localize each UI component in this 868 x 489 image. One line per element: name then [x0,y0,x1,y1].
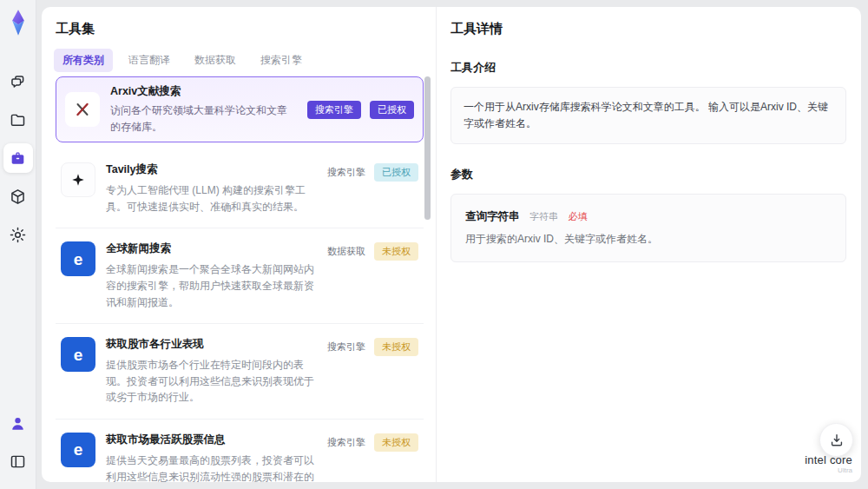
tool-name: 获取股市各行业表现 [106,337,317,352]
page-title: 工具集 [56,21,95,37]
tool-list-item[interactable]: e 获取市场最活跃股票信息 提供当天交易量最高的股票列表，投资者可以利用这些信息… [56,420,424,482]
category-tabs: 所有类别语言翻译数据获取搜索引擎 [54,49,311,72]
param-header: 查询字符串 字符串 必填 [465,208,832,224]
app-sidebar [0,0,36,489]
collapse-panel-icon [9,453,27,471]
folder-icon [9,111,27,129]
sparkle-icon [61,162,95,197]
param-description: 用于搜索的Arxiv ID、关键字或作者姓名。 [465,232,832,247]
category-tab[interactable]: 语言翻译 [120,49,179,72]
package-icon [9,188,27,206]
main-card: 工具集 所有类别语言翻译数据获取搜索引擎 Arxiv文献搜索 访问各个研究领域大… [42,7,861,482]
intro-card: 一个用于从Arxiv存储库搜索科学论文和文章的工具。 输入可以是Arxiv ID… [450,87,846,144]
tool-name: Tavily搜索 [106,162,317,177]
chat-icon [9,73,27,91]
tool-description: 访问各个研究领域大量科学论文和文章的存储库。 [110,102,297,135]
param-required-badge: 必填 [568,211,587,221]
tool-list-panel: 工具集 所有类别语言翻译数据获取搜索引擎 Arxiv文献搜索 访问各个研究领域大… [42,7,436,482]
intro-heading: 工具介绍 [450,60,846,76]
tool-auth-badge: 已授权 [374,163,418,182]
tool-description: 提供当天交易量最高的股票列表，投资者可以利用这些信息来识别流动性强的股票和潜在的… [106,453,317,482]
app-logo-icon [6,9,30,36]
tool-name: Arxiv文献搜索 [110,84,297,99]
category-tab[interactable]: 数据获取 [186,49,245,72]
tool-auth-badge: 未授权 [374,242,418,261]
detail-title: 工具详情 [450,21,846,37]
param-card: 查询字符串 字符串 必填 用于搜索的Arxiv ID、关键字或作者姓名。 [450,194,846,262]
user-avatar-icon [9,414,27,433]
intel-core-logo: intel core Ultra [805,454,852,475]
brand-text: intel core [805,454,852,466]
sidebar-item-chat[interactable] [3,67,33,96]
sidebar-item-settings[interactable] [3,220,33,249]
tool-category-badge: 数据获取 [327,242,365,261]
sidebar-item-files[interactable] [3,105,33,135]
param-name: 查询字符串 [465,210,520,222]
tool-category-badge: 搜索引擎 [307,101,361,119]
sidebar-item-account[interactable] [3,408,33,438]
sidebar-item-toolbox[interactable] [3,143,33,173]
toolbox-icon [9,149,27,168]
category-tab[interactable]: 所有类别 [54,49,113,72]
tool-description: 全球新闻搜索是一个聚合全球各大新闻网站内容的搜索引擎，帮助用户快速获取全球最新资… [106,261,317,310]
tool-description: 提供股票市场各个行业在特定时间段内的表现。投资者可以利用这些信息来识别表现优于或… [106,357,317,406]
tool-auth-badge: 已授权 [370,101,414,119]
tool-category-badge: 搜索引擎 [327,433,365,452]
tool-auth-badge: 未授权 [374,433,418,452]
news-icon: e [61,433,95,467]
params-heading: 参数 [450,167,846,182]
tool-list-item[interactable]: Arxiv文献搜索 访问各个研究领域大量科学论文和文章的存储库。 搜索引擎 已授… [56,76,424,142]
tool-category-badge: 搜索引擎 [327,163,365,182]
settings-icon [9,226,27,244]
download-icon [828,432,845,449]
tool-name: 获取市场最活跃股票信息 [106,433,317,447]
sidebar-item-collapse[interactable] [3,446,33,476]
list-scrollbar-thumb[interactable] [424,76,431,220]
tool-detail-panel: 工具详情 工具介绍 一个用于从Arxiv存储库搜索科学论文和文章的工具。 输入可… [437,7,861,482]
tool-list-item[interactable]: e 全球新闻搜索 全球新闻搜索是一个聚合全球各大新闻网站内容的搜索引擎，帮助用户… [56,228,424,324]
tool-list-item[interactable]: Tavily搜索 专为人工智能代理 (LLM) 构建的搜索引擎工具。可快速提供实… [56,149,424,228]
tool-list-item[interactable]: e 获取股市各行业表现 提供股票市场各个行业在特定时间段内的表现。投资者可以利用… [56,324,424,420]
tool-description: 专为人工智能代理 (LLM) 构建的搜索引擎工具。可快速提供实时、准确和真实的结… [106,182,317,215]
tool-list: Arxiv文献搜索 访问各个研究领域大量科学论文和文章的存储库。 搜索引擎 已授… [56,76,424,482]
sidebar-item-packages[interactable] [3,182,33,211]
tool-auth-badge: 未授权 [374,338,418,356]
arxiv-icon [65,92,100,127]
category-tab[interactable]: 搜索引擎 [252,49,311,72]
brand-subtext: Ultra [805,467,852,475]
news-icon: e [61,241,95,276]
tool-category-badge: 搜索引擎 [327,338,365,356]
download-button[interactable] [819,423,853,457]
param-type: 字符串 [529,211,558,221]
news-icon: e [61,337,95,372]
tool-name: 全球新闻搜索 [106,241,317,256]
